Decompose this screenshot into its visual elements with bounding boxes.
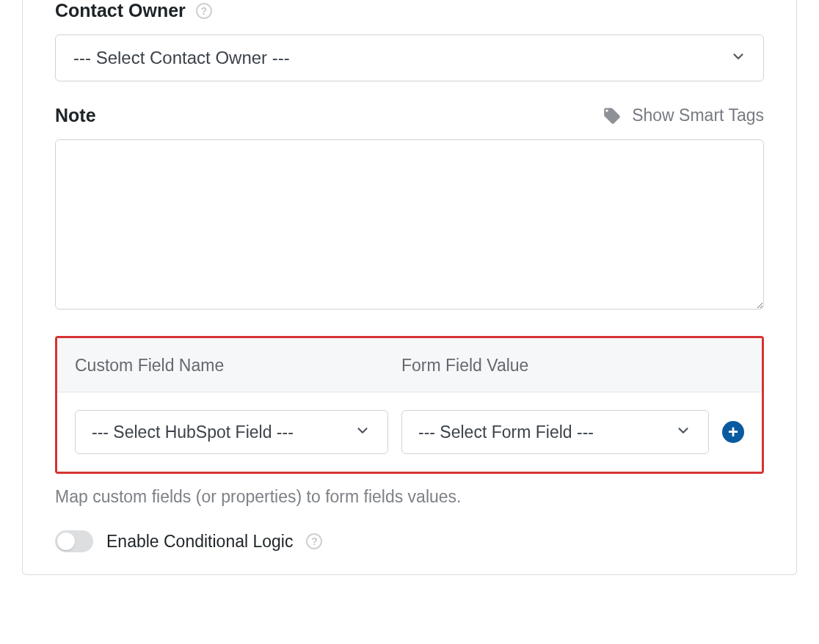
- custom-field-name-header: Custom Field Name: [75, 356, 401, 376]
- note-label-row: Note Show Smart Tags: [55, 105, 764, 126]
- custom-fields-mapping: Custom Field Name Form Field Value --- S…: [55, 336, 764, 474]
- add-row-button[interactable]: [722, 421, 744, 443]
- form-field-value-header: Form Field Value: [401, 356, 744, 376]
- toggle-knob: [57, 533, 75, 550]
- contact-owner-select[interactable]: --- Select Contact Owner ---: [55, 34, 764, 81]
- help-icon[interactable]: ?: [306, 533, 322, 549]
- tag-icon: [603, 106, 622, 125]
- custom-fields-row: --- Select HubSpot Field --- --- Select …: [57, 392, 762, 472]
- show-smart-tags-button[interactable]: Show Smart Tags: [603, 106, 764, 125]
- conditional-logic-toggle[interactable]: [55, 530, 93, 552]
- settings-panel: Contact Owner ? --- Select Contact Owner…: [22, 0, 797, 575]
- custom-fields-helper-text: Map custom fields (or properties) to for…: [55, 487, 764, 507]
- hubspot-field-select-wrapper: --- Select HubSpot Field ---: [75, 410, 388, 454]
- note-textarea[interactable]: [55, 139, 764, 310]
- conditional-logic-row: Enable Conditional Logic ?: [55, 530, 764, 552]
- contact-owner-label: Contact Owner: [55, 0, 186, 21]
- note-label-left: Note: [55, 105, 96, 126]
- custom-fields-header: Custom Field Name Form Field Value: [57, 338, 762, 392]
- help-icon[interactable]: ?: [196, 3, 212, 19]
- hubspot-field-select[interactable]: --- Select HubSpot Field ---: [75, 410, 388, 454]
- contact-owner-label-row: Contact Owner ?: [55, 0, 764, 21]
- contact-owner-label-left: Contact Owner ?: [55, 0, 212, 21]
- note-section: Note Show Smart Tags: [55, 105, 764, 312]
- note-label: Note: [55, 105, 96, 126]
- form-field-select-wrapper: --- Select Form Field ---: [401, 410, 709, 454]
- conditional-logic-label: Enable Conditional Logic: [106, 532, 293, 552]
- contact-owner-select-wrapper: --- Select Contact Owner ---: [55, 34, 764, 81]
- show-smart-tags-label: Show Smart Tags: [632, 106, 764, 125]
- form-field-select[interactable]: --- Select Form Field ---: [401, 410, 709, 454]
- contact-owner-section: Contact Owner ? --- Select Contact Owner…: [55, 0, 764, 81]
